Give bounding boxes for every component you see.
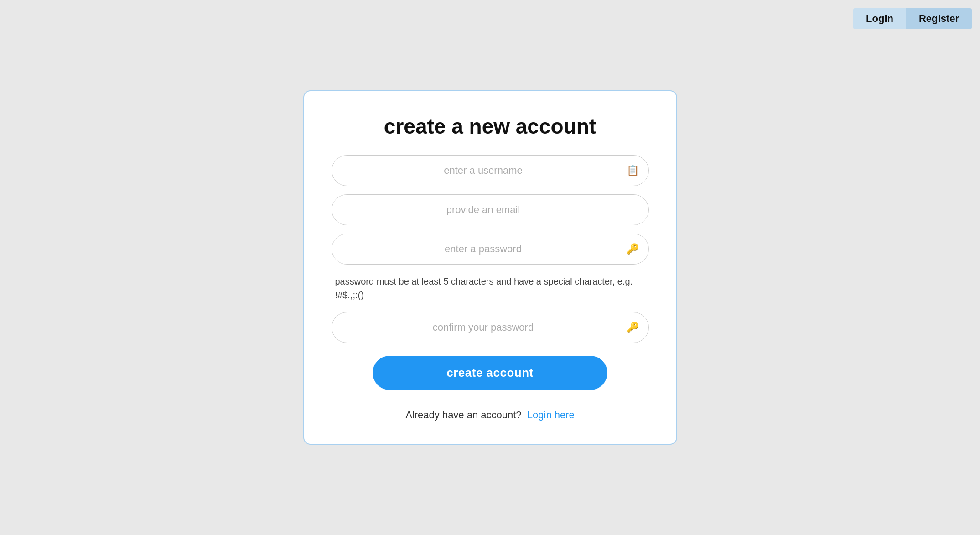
register-form: 📋 🔑 password must be at least 5 characte… <box>332 155 649 421</box>
password-input[interactable] <box>332 234 649 265</box>
login-link-section: Already have an account? Login here <box>405 409 575 421</box>
username-field-wrapper: 📋 <box>332 155 649 186</box>
create-account-button[interactable]: create account <box>373 356 607 390</box>
confirm-password-field-wrapper: 🔑 <box>332 312 649 343</box>
card-title: create a new account <box>384 114 596 139</box>
password-icon: 🔑 <box>627 243 639 255</box>
top-nav: Login Register <box>853 8 972 29</box>
already-account-text: Already have an account? <box>405 409 521 421</box>
username-icon: 📋 <box>627 165 639 177</box>
register-card: create a new account 📋 🔑 password must b… <box>303 90 677 445</box>
confirm-password-input[interactable] <box>332 312 649 343</box>
email-input[interactable] <box>332 194 649 225</box>
confirm-password-icon: 🔑 <box>627 322 639 333</box>
login-here-link[interactable]: Login here <box>527 409 575 421</box>
password-field-wrapper: 🔑 <box>332 234 649 265</box>
login-tab[interactable]: Login <box>853 8 906 29</box>
password-hint: password must be at least 5 characters a… <box>332 273 649 304</box>
email-field-wrapper <box>332 194 649 225</box>
register-tab[interactable]: Register <box>906 8 972 29</box>
username-input[interactable] <box>332 155 649 186</box>
